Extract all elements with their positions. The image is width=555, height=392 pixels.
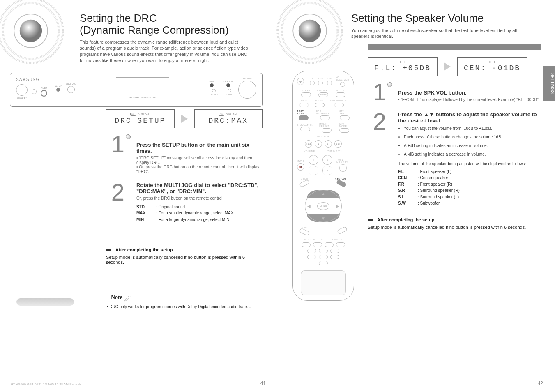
input-button — [210, 83, 214, 87]
page-number: 42 — [538, 380, 543, 386]
page-intro: You can adjust the volume of each speake… — [351, 28, 524, 40]
spk-distance-button — [320, 115, 330, 120]
outro-heading: After completing the setup — [377, 217, 434, 222]
simulation-button — [300, 127, 310, 131]
lcd-readout-1: F.L: +05DB — [368, 57, 438, 76]
remote-control: ⏻ TV VCR DVD AV RECEIVER SLEEP TV/VIDEOO… — [292, 71, 354, 301]
volume-knob — [238, 81, 256, 99]
power-button: ⏻ — [297, 78, 304, 85]
title-underline — [368, 44, 541, 50]
multi-effect-button — [322, 128, 332, 133]
dpad: ENTER ▲ ▼ ◀ ▶ — [305, 190, 342, 222]
outro-text: Setup mode is automatically cancelled if… — [368, 225, 541, 230]
spk-vol-button — [336, 179, 346, 187]
enter-button: ENTER — [317, 202, 329, 210]
levels-intro: The volume of the speaker being adjusted… — [398, 161, 541, 166]
svg-point-6 — [299, 20, 321, 42]
side-tab-settings: SETTINGS — [543, 66, 555, 101]
step1-heading: Press the SPK VOL button. — [398, 90, 541, 96]
button-icon — [387, 82, 392, 87]
dpad-left-icon: ◀ — [307, 204, 311, 208]
block-bullet-icon — [106, 249, 111, 251]
note-label: Note — [111, 294, 122, 300]
step2-heading: Press the ▲▼ buttons to adjust the speak… — [398, 111, 541, 124]
extra-button — [337, 226, 348, 234]
arrow-right-icon — [181, 115, 188, 123]
note-pill — [16, 298, 74, 306]
opt-std: STD: Original sound. — [136, 204, 263, 210]
mode-vcr — [318, 81, 323, 85]
page-title-line1: Setting the DRC — [80, 12, 263, 24]
most-button — [315, 103, 325, 107]
level-fr: F.R: Front speaker (R) — [398, 181, 541, 188]
key-0 — [319, 261, 328, 265]
brand-logo: SAMSUNG — [16, 77, 40, 82]
step2-detail: Or, press the DRC button on the remote c… — [136, 196, 263, 201]
mute-button: 🔇 — [297, 163, 304, 171]
spk-set-button — [340, 115, 350, 120]
tuner-memory-button — [339, 164, 347, 172]
spk-mode-button — [339, 128, 349, 133]
dpad-right-icon: ▶ — [336, 204, 339, 208]
key-4 — [307, 249, 316, 253]
lcd-readout-1: ▯▯DIGITAL DRC SETUP — [106, 109, 175, 128]
multijog-knob — [67, 86, 75, 93]
level-fl: F.L: Front speaker (L) — [398, 168, 541, 175]
button-icon — [126, 134, 131, 139]
tune-up-button: ∧ — [322, 155, 332, 165]
step2-bullet: A -dB setting indicates a decrease in vo… — [404, 151, 541, 157]
step-number-1: 1 — [106, 134, 130, 174]
dvdvcr-label: DVD/VCR — [317, 135, 329, 138]
key-7 — [307, 255, 316, 259]
preset-button — [212, 89, 216, 92]
drc-button — [299, 228, 310, 236]
mode-avr — [340, 82, 345, 87]
block-bullet-icon — [368, 219, 373, 221]
tune-down-button: ∨ — [322, 166, 332, 175]
page-intro: This feature compresses the dynamic rang… — [80, 39, 252, 63]
key-extra — [336, 242, 345, 247]
outro-text: Setup mode is automatically cancelled if… — [106, 255, 263, 265]
level-sr: S.R: Surround speaker (R) — [398, 187, 541, 194]
timer-button — [41, 90, 47, 97]
stop-button: ■ — [315, 140, 322, 148]
speaker-deco — [0, 0, 66, 66]
page-title: Setting the Speaker Volume — [351, 12, 541, 24]
tuning-button — [228, 89, 231, 92]
speaker-deco — [275, 0, 345, 66]
setup-button — [56, 88, 60, 92]
dpad-down-icon: ▼ — [305, 216, 342, 221]
page-number: 41 — [260, 380, 266, 386]
receiver-caption: AV SURROUND RECEIVER — [129, 96, 156, 99]
step1-detail: • "FRONT L" is displayed followed by the… — [398, 97, 541, 102]
remote-base — [301, 270, 346, 295]
key-9 — [330, 255, 339, 259]
svg-point-2 — [20, 20, 42, 42]
menu-button — [299, 179, 310, 187]
standby-button — [16, 84, 28, 96]
key-3 — [325, 242, 334, 247]
pencil-icon — [124, 294, 132, 302]
vol-up-button: ＋ — [309, 155, 318, 165]
page-title-line2: (Dynamic Range Compression) — [80, 24, 263, 36]
mode-button — [336, 92, 345, 97]
opt-max: MAX: For a smaller dynamic range, select… — [136, 210, 263, 217]
key-6 — [330, 249, 339, 253]
step1-heading: Press the SETUP button on the main unit … — [136, 142, 263, 154]
source-file-tag: HT-AS600-GB1-0121 1/24/05 10:28 AM Page … — [11, 383, 82, 386]
prev-button: |◀◀ — [305, 140, 312, 148]
receiver-front-panel: SAMSUNG STAND BY TIMER SETUP MULTI JOG A… — [10, 73, 263, 107]
led-dot — [32, 89, 37, 94]
opt-min: MIN: For a larger dynamic range, select … — [136, 217, 263, 223]
step-number-2: 2 — [106, 182, 130, 223]
tvvideo-button: ON/STBY — [318, 92, 328, 97]
step2-heading: Rotate the MULTI JOG dial to select "DRC… — [136, 182, 263, 194]
level-sl: S.L: Surround speaker (L) — [398, 194, 541, 201]
tuner-button — [299, 103, 309, 107]
subwoofer-button — [334, 103, 344, 107]
mode-dvd — [327, 81, 332, 85]
test-tone-button — [299, 115, 309, 120]
surround-button — [226, 83, 230, 87]
mode-tv — [310, 81, 315, 85]
lcd-readout-2: CEN: -01DB — [457, 57, 527, 76]
